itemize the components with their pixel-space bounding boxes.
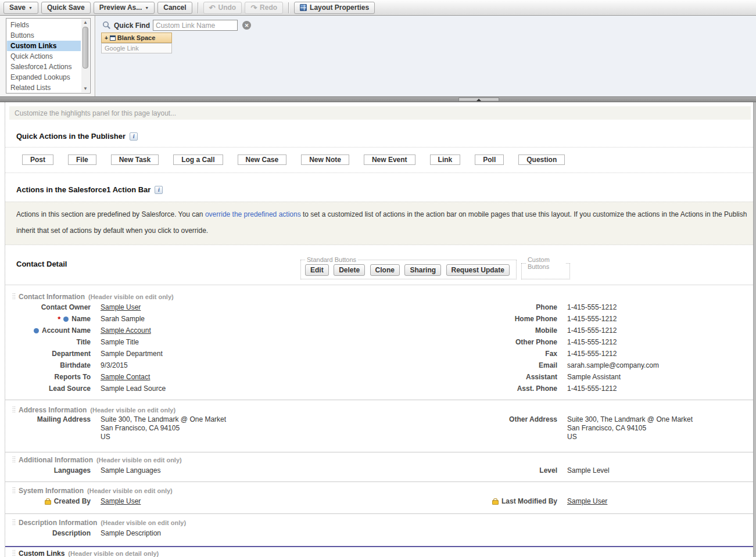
quick-save-button[interactable]: Quick Save: [41, 2, 91, 14]
field-value-link[interactable]: Sample Account: [101, 326, 151, 335]
palette-item-label: Blank Space: [117, 34, 155, 41]
toolbar-separator: [288, 2, 289, 13]
field-value: Suite 300, The Landmark @ One Market San…: [91, 415, 492, 441]
save-button-label: Save: [9, 3, 26, 12]
field-label: Languages: [5, 466, 91, 475]
field-value-link[interactable]: Sample User: [101, 303, 141, 311]
category-buttons[interactable]: Buttons: [7, 30, 81, 41]
field-value-link[interactable]: Sample User: [101, 497, 141, 505]
category-expanded-lookups[interactable]: Expanded Lookups: [7, 72, 81, 82]
category-custom-links[interactable]: Custom Links: [7, 41, 81, 51]
highlights-panel-hint[interactable]: Customize the highlights panel for this …: [9, 106, 751, 120]
quick-action-question[interactable]: Question: [518, 154, 565, 165]
info-icon[interactable]: i: [130, 132, 138, 141]
category-scrollbar[interactable]: ▲ ▼: [81, 19, 89, 92]
override-predefined-actions-link[interactable]: override the predefined actions: [205, 210, 301, 218]
quick-find-input[interactable]: [153, 20, 238, 31]
field-label: Email: [492, 361, 557, 369]
clone-button[interactable]: Clone: [370, 264, 400, 276]
scrollbar-thumb[interactable]: [83, 27, 88, 69]
category-quick-actions[interactable]: Quick Actions: [7, 51, 81, 62]
section-description-information[interactable]: Description Information (Header visible …: [5, 514, 753, 546]
field-label: Home Phone: [492, 315, 557, 323]
field-value: Sample Assistant: [557, 373, 753, 381]
palette-item-google-link[interactable]: Google Link: [101, 43, 172, 53]
category-related-lists[interactable]: Related Lists: [7, 82, 81, 93]
field-label: Mailing Address: [5, 415, 91, 423]
drag-handle-icon[interactable]: [13, 519, 15, 526]
quick-action-new-event[interactable]: New Event: [364, 154, 415, 165]
delete-button[interactable]: Delete: [334, 264, 365, 276]
palette-category-list: Fields Buttons Custom Links Quick Action…: [6, 18, 91, 94]
category-salesforce1-actions[interactable]: Salesforce1 Actions: [7, 62, 81, 72]
preview-as-button[interactable]: Preview As... ▼: [94, 2, 155, 14]
field-value: 1-415-555-1212: [557, 350, 753, 358]
field-value: 9/3/2015: [91, 361, 492, 369]
field-value: 1-415-555-1212: [557, 338, 753, 346]
publisher-section-title: Quick Actions in the Publisher: [16, 132, 126, 141]
section-system-information[interactable]: System Information (Header visible on ed…: [5, 482, 753, 514]
lock-icon: [492, 500, 499, 505]
quick-action-new-task[interactable]: New Task: [111, 154, 159, 165]
standard-buttons-fieldset: Standard Buttons Edit Delete Clone Shari…: [300, 256, 517, 279]
quick-save-button-label: Quick Save: [47, 3, 85, 12]
collapse-arrow-icon: [476, 99, 481, 101]
clear-search-icon[interactable]: ✕: [242, 21, 251, 30]
drag-handle-icon[interactable]: [13, 457, 15, 463]
quick-action-new-case[interactable]: New Case: [238, 154, 287, 165]
section-title: Address Information: [19, 406, 87, 414]
field-row: Description Sample Description: [5, 527, 753, 539]
scroll-down-icon[interactable]: ▼: [81, 85, 89, 92]
panel-splitter[interactable]: [0, 96, 756, 102]
section-additional-information[interactable]: Additional Information (Header visible o…: [5, 452, 753, 482]
category-fields[interactable]: Fields: [7, 20, 81, 30]
field-row: * Name Sarah Sample Home Phone 1-415-555…: [5, 313, 753, 325]
sharing-button[interactable]: Sharing: [404, 264, 441, 276]
drag-handle-icon[interactable]: [13, 407, 15, 414]
edit-button[interactable]: Edit: [305, 264, 329, 276]
field-row: Mailing Address Suite 300, The Landmark …: [5, 415, 753, 441]
quick-action-new-note[interactable]: New Note: [301, 154, 349, 165]
splitter-collapse-handle[interactable]: [458, 98, 499, 102]
field-value: Sarah Sample: [91, 315, 492, 323]
quick-action-poll[interactable]: Poll: [475, 154, 504, 165]
canvas-right-scrollbar[interactable]: [753, 102, 756, 557]
field-row: Contact Owner Sample User Phone 1-415-55…: [5, 301, 753, 313]
preview-as-button-label: Preview As...: [99, 3, 142, 12]
info-icon[interactable]: i: [155, 186, 163, 194]
field-value-link[interactable]: Sample User: [567, 497, 607, 505]
drag-handle-icon[interactable]: [13, 487, 15, 494]
scroll-up-icon[interactable]: ▲: [81, 19, 89, 26]
section-title: Description Information: [19, 519, 97, 527]
field-row: Title Sample Title Other Phone 1-415-555…: [5, 336, 753, 348]
section-title: Custom Links: [19, 549, 65, 557]
layout-canvas: Customize the highlights panel for this …: [0, 102, 756, 557]
quick-action-post[interactable]: Post: [22, 154, 53, 165]
section-visibility-note: (Header visible on edit only): [96, 457, 182, 463]
redo-button[interactable]: ↷ Redo: [245, 2, 283, 14]
palette-item-blank-space[interactable]: + Blank Space: [101, 33, 172, 43]
quick-action-file[interactable]: File: [68, 154, 96, 165]
drag-handle-icon[interactable]: [13, 550, 15, 557]
blank-space-icon: [110, 35, 116, 41]
field-label: Other Address: [492, 415, 557, 423]
section-title: Contact Information: [19, 293, 85, 301]
quick-action-link[interactable]: Link: [430, 154, 461, 165]
section-contact-information[interactable]: Contact Information (Header visible on e…: [5, 285, 753, 400]
field-value-link[interactable]: Sample Contact: [101, 373, 150, 381]
field-label: Mobile: [492, 326, 557, 335]
field-label: Contact Owner: [5, 303, 91, 311]
request-update-button[interactable]: Request Update: [446, 264, 510, 276]
layout-properties-button[interactable]: Layout Properties: [294, 2, 375, 14]
standard-buttons-label: Standard Buttons: [305, 256, 358, 263]
field-row: Reports To Sample Contact Assistant Samp…: [5, 371, 753, 383]
section-custom-links[interactable]: Custom Links (Header visible on detail o…: [5, 547, 753, 557]
save-button[interactable]: Save ▼: [3, 2, 38, 14]
drag-handle-icon[interactable]: [13, 293, 15, 300]
toolbar-separator: [198, 2, 198, 13]
quick-action-log-a-call[interactable]: Log a Call: [173, 154, 223, 165]
section-address-information[interactable]: Address Information (Header visible on e…: [5, 400, 753, 452]
layout-editor-toolbar: Save ▼ Quick Save Preview As... ▼ Cancel…: [0, 0, 756, 16]
cancel-button[interactable]: Cancel: [157, 2, 192, 14]
undo-button[interactable]: ↶ Undo: [203, 2, 242, 14]
